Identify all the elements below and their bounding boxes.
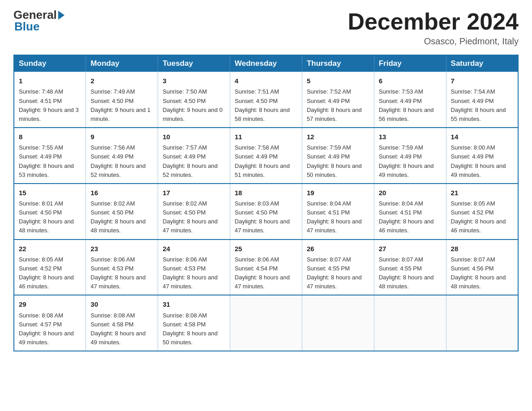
calendar-cell: 18Sunrise: 8:03 AMSunset: 4:50 PMDayligh… — [230, 184, 302, 240]
calendar-cell: 23Sunrise: 8:06 AMSunset: 4:53 PMDayligh… — [86, 240, 158, 295]
calendar-cell: 25Sunrise: 8:06 AMSunset: 4:54 PMDayligh… — [230, 240, 302, 295]
day-number: 9 — [90, 132, 153, 142]
calendar-week-4: 22Sunrise: 8:05 AMSunset: 4:52 PMDayligh… — [14, 240, 518, 295]
calendar-cell: 4Sunrise: 7:51 AMSunset: 4:50 PMDaylight… — [230, 72, 302, 128]
calendar-cell: 13Sunrise: 7:59 AMSunset: 4:49 PMDayligh… — [374, 128, 446, 184]
day-info: Sunrise: 7:51 AMSunset: 4:50 PMDaylight:… — [235, 87, 297, 124]
month-title: December 2024 — [348, 9, 519, 34]
day-info: Sunrise: 8:05 AMSunset: 4:52 PMDaylight:… — [451, 199, 513, 235]
calendar-cell — [230, 295, 302, 351]
day-info: Sunrise: 7:54 AMSunset: 4:49 PMDaylight:… — [451, 87, 513, 124]
calendar-cell: 28Sunrise: 8:07 AMSunset: 4:56 PMDayligh… — [446, 240, 518, 295]
day-number: 23 — [90, 244, 153, 254]
day-info: Sunrise: 8:06 AMSunset: 4:54 PMDaylight:… — [235, 255, 297, 291]
weekday-header-saturday: Saturday — [446, 55, 518, 72]
day-number: 16 — [90, 188, 153, 198]
day-info: Sunrise: 8:04 AMSunset: 4:51 PMDaylight:… — [307, 199, 369, 235]
calendar-cell: 9Sunrise: 7:56 AMSunset: 4:49 PMDaylight… — [86, 128, 158, 184]
day-number: 7 — [451, 76, 513, 86]
day-info: Sunrise: 7:53 AMSunset: 4:49 PMDaylight:… — [379, 87, 442, 124]
logo-arrow-icon — [58, 11, 64, 20]
calendar-cell: 30Sunrise: 8:08 AMSunset: 4:58 PMDayligh… — [86, 295, 158, 351]
calendar-cell: 6Sunrise: 7:53 AMSunset: 4:49 PMDaylight… — [374, 72, 446, 128]
calendar-cell: 21Sunrise: 8:05 AMSunset: 4:52 PMDayligh… — [446, 184, 518, 240]
day-number: 25 — [235, 244, 297, 254]
calendar-cell: 27Sunrise: 8:07 AMSunset: 4:55 PMDayligh… — [374, 240, 446, 295]
day-number: 6 — [379, 76, 442, 86]
calendar-cell: 15Sunrise: 8:01 AMSunset: 4:50 PMDayligh… — [14, 184, 86, 240]
day-number: 27 — [379, 244, 442, 254]
calendar-cell: 26Sunrise: 8:07 AMSunset: 4:55 PMDayligh… — [302, 240, 374, 295]
title-block: December 2024 Osasco, Piedmont, Italy — [348, 9, 519, 47]
day-number: 26 — [307, 244, 369, 254]
calendar-cell — [374, 295, 446, 351]
day-info: Sunrise: 8:05 AMSunset: 4:52 PMDaylight:… — [19, 255, 81, 291]
calendar-cell: 29Sunrise: 8:08 AMSunset: 4:57 PMDayligh… — [14, 295, 86, 351]
calendar-cell: 8Sunrise: 7:55 AMSunset: 4:49 PMDaylight… — [14, 128, 86, 184]
day-number: 13 — [379, 132, 442, 142]
day-info: Sunrise: 8:08 AMSunset: 4:58 PMDaylight:… — [90, 311, 153, 347]
calendar-body: 1Sunrise: 7:48 AMSunset: 4:51 PMDaylight… — [14, 72, 518, 351]
day-info: Sunrise: 8:00 AMSunset: 4:49 PMDaylight:… — [451, 143, 513, 180]
weekday-header-thursday: Thursday — [302, 55, 374, 72]
calendar-cell: 16Sunrise: 8:02 AMSunset: 4:50 PMDayligh… — [86, 184, 158, 240]
day-info: Sunrise: 8:08 AMSunset: 4:58 PMDaylight:… — [163, 311, 225, 347]
day-number: 12 — [307, 132, 369, 142]
calendar-cell: 3Sunrise: 7:50 AMSunset: 4:50 PMDaylight… — [158, 72, 230, 128]
day-info: Sunrise: 7:59 AMSunset: 4:49 PMDaylight:… — [307, 143, 369, 180]
calendar-cell — [302, 295, 374, 351]
day-number: 3 — [163, 76, 225, 86]
day-info: Sunrise: 8:02 AMSunset: 4:50 PMDaylight:… — [90, 199, 153, 235]
day-info: Sunrise: 7:50 AMSunset: 4:50 PMDaylight:… — [163, 87, 225, 124]
day-number: 5 — [307, 76, 369, 86]
day-number: 17 — [163, 188, 225, 198]
day-info: Sunrise: 8:08 AMSunset: 4:57 PMDaylight:… — [19, 311, 81, 347]
day-number: 21 — [451, 188, 513, 198]
day-info: Sunrise: 8:03 AMSunset: 4:50 PMDaylight:… — [235, 199, 297, 235]
weekday-header-monday: Monday — [86, 55, 158, 72]
calendar-week-3: 15Sunrise: 8:01 AMSunset: 4:50 PMDayligh… — [14, 184, 518, 240]
day-info: Sunrise: 8:06 AMSunset: 4:53 PMDaylight:… — [90, 255, 153, 291]
day-number: 20 — [379, 188, 442, 198]
day-number: 28 — [451, 244, 513, 254]
calendar-cell: 12Sunrise: 7:59 AMSunset: 4:49 PMDayligh… — [302, 128, 374, 184]
day-info: Sunrise: 8:06 AMSunset: 4:53 PMDaylight:… — [163, 255, 225, 291]
day-number: 19 — [307, 188, 369, 198]
weekday-header-row: SundayMondayTuesdayWednesdayThursdayFrid… — [14, 55, 518, 72]
day-number: 15 — [19, 188, 81, 198]
day-number: 4 — [235, 76, 297, 86]
day-number: 8 — [19, 132, 81, 142]
day-info: Sunrise: 7:48 AMSunset: 4:51 PMDaylight:… — [19, 87, 81, 124]
weekday-header-sunday: Sunday — [14, 55, 86, 72]
day-info: Sunrise: 7:59 AMSunset: 4:49 PMDaylight:… — [379, 143, 442, 180]
day-info: Sunrise: 8:04 AMSunset: 4:51 PMDaylight:… — [379, 199, 442, 235]
weekday-header-friday: Friday — [374, 55, 446, 72]
calendar-cell — [446, 295, 518, 351]
day-number: 22 — [19, 244, 81, 254]
calendar-table: SundayMondayTuesdayWednesdayThursdayFrid… — [13, 55, 519, 351]
calendar-cell: 2Sunrise: 7:49 AMSunset: 4:50 PMDaylight… — [86, 72, 158, 128]
day-number: 11 — [235, 132, 297, 142]
calendar-cell: 31Sunrise: 8:08 AMSunset: 4:58 PMDayligh… — [158, 295, 230, 351]
day-info: Sunrise: 8:07 AMSunset: 4:55 PMDaylight:… — [379, 255, 442, 291]
logo-general-text: General — [13, 9, 57, 21]
weekday-header-wednesday: Wednesday — [230, 55, 302, 72]
calendar-week-1: 1Sunrise: 7:48 AMSunset: 4:51 PMDaylight… — [14, 72, 518, 128]
day-number: 29 — [19, 299, 81, 309]
calendar-cell: 14Sunrise: 8:00 AMSunset: 4:49 PMDayligh… — [446, 128, 518, 184]
day-info: Sunrise: 8:01 AMSunset: 4:50 PMDaylight:… — [19, 199, 81, 235]
calendar-week-5: 29Sunrise: 8:08 AMSunset: 4:57 PMDayligh… — [14, 295, 518, 351]
calendar-cell: 11Sunrise: 7:58 AMSunset: 4:49 PMDayligh… — [230, 128, 302, 184]
day-info: Sunrise: 7:49 AMSunset: 4:50 PMDaylight:… — [90, 87, 153, 124]
day-number: 31 — [163, 299, 225, 309]
day-number: 24 — [163, 244, 225, 254]
calendar-cell: 17Sunrise: 8:02 AMSunset: 4:50 PMDayligh… — [158, 184, 230, 240]
day-info: Sunrise: 7:52 AMSunset: 4:49 PMDaylight:… — [307, 87, 369, 124]
day-number: 10 — [163, 132, 225, 142]
location-text: Osasco, Piedmont, Italy — [348, 36, 519, 47]
calendar-cell: 7Sunrise: 7:54 AMSunset: 4:49 PMDaylight… — [446, 72, 518, 128]
calendar-cell: 5Sunrise: 7:52 AMSunset: 4:49 PMDaylight… — [302, 72, 374, 128]
weekday-header-tuesday: Tuesday — [158, 55, 230, 72]
day-number: 2 — [90, 76, 153, 86]
day-info: Sunrise: 8:07 AMSunset: 4:55 PMDaylight:… — [307, 255, 369, 291]
